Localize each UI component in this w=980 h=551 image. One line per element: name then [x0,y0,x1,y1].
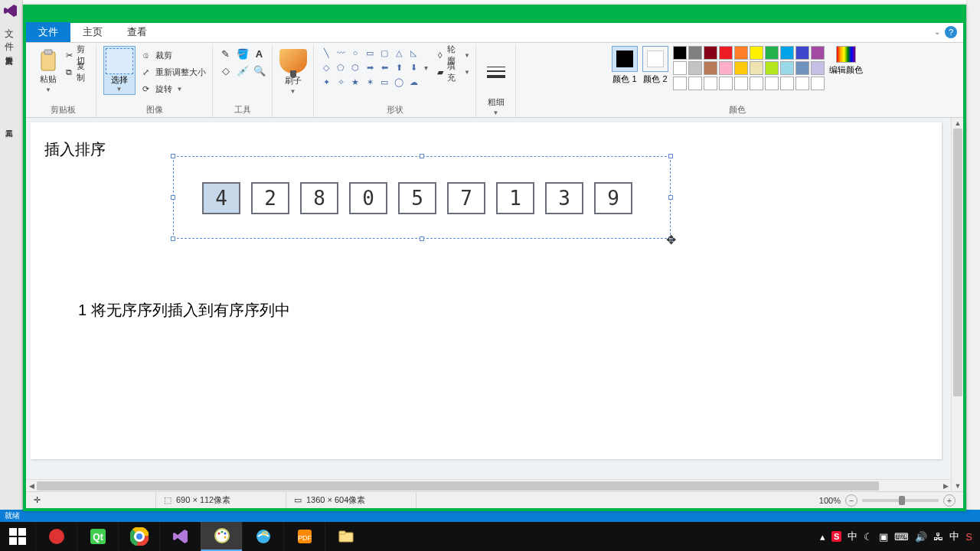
tray-keyboard-icon[interactable]: ⌨ [894,531,909,543]
paint-statusbar: ✛ ⬚690 × 112像素 ▭1360 × 604像素 100% − + [26,491,963,508]
palette-swatch[interactable] [780,46,794,60]
tray-sogou2-icon[interactable]: S [965,531,972,543]
tray-moon-icon[interactable]: ☾ [864,531,873,543]
zoom-slider[interactable] [862,499,939,502]
color2-button[interactable]: 颜色 2 [642,46,668,85]
palette-swatch[interactable] [765,46,779,60]
palette-swatch[interactable] [795,77,809,90]
tab-view[interactable]: 查看 [115,22,159,42]
color1-button[interactable]: 颜色 1 [612,46,638,85]
palette-swatch[interactable] [734,77,748,90]
selection-handle-ne[interactable] [668,154,673,158]
zoom-slider-knob[interactable] [899,496,905,505]
tray-ime-sogou[interactable]: S [831,531,841,542]
eyedropper-tool[interactable]: 💉 [235,63,250,78]
palette-swatch[interactable] [673,61,687,75]
tray-action-icon[interactable]: ▣ [879,531,888,543]
palette-swatch[interactable] [780,77,794,90]
brushes-button[interactable]: 刷子 ▼ [279,46,307,95]
tray-ime-zh[interactable]: 中 [848,530,858,543]
tray-network-icon[interactable]: 🖧 [933,531,943,543]
palette-swatch[interactable] [719,46,733,60]
tray-volume-icon[interactable]: 🔊 [915,531,927,543]
start-button[interactable] [0,522,35,551]
taskbar-app-record[interactable] [35,522,77,551]
text-tool[interactable]: A [252,46,267,61]
palette-swatch[interactable] [704,61,717,75]
canvas-step-text: 1 将无序序列插入到有序序列中 [78,300,290,321]
taskbar-app-vs[interactable] [159,522,201,551]
palette-swatch[interactable] [673,77,687,90]
zoom-in-button[interactable]: + [943,494,956,507]
palette-swatch[interactable] [704,46,717,60]
palette-swatch[interactable] [704,77,717,90]
scroll-right-arrow[interactable]: ▶ [940,480,951,491]
palette-swatch[interactable] [795,46,809,60]
tray-up-icon[interactable]: ▴ [820,531,825,543]
status-canvas-size: ▭1360 × 604像素 [286,492,416,508]
resize-button[interactable]: ⤢重新调整大小 [140,64,206,80]
magnifier-tool[interactable]: 🔍 [252,63,267,78]
help-button[interactable]: ? [945,26,957,38]
canvas[interactable]: 插入排序 428057139 ✥ 1 将无序序列插入到有序序列中 [31,122,942,459]
rotate-button[interactable]: ⟳旋转▼ [140,81,206,96]
selection-handle-w[interactable] [171,195,175,200]
selection-handle-n[interactable] [420,154,424,158]
vscroll-thumb[interactable] [953,129,962,396]
palette-swatch[interactable] [688,77,702,90]
shape-fill-button[interactable]: ▰填充▼ [436,64,470,80]
move-cursor-icon: ✥ [666,233,676,247]
taskbar-app-chrome[interactable] [118,522,159,551]
fill-tool[interactable]: 🪣 [235,46,250,61]
selection-handle-s[interactable] [420,236,424,241]
vertical-scrollbar[interactable]: ▲ ▼ [951,118,963,491]
palette-swatch[interactable] [673,46,687,60]
scroll-down-arrow[interactable]: ▼ [952,481,963,491]
number-box: 4 [202,182,240,214]
palette-swatch[interactable] [734,61,748,75]
palette-swatch[interactable] [750,61,763,75]
palette-swatch[interactable] [719,61,733,75]
paste-button[interactable]: 粘贴 ▼ [37,46,60,93]
pencil-tool[interactable]: ✎ [218,46,234,61]
hscroll-thumb[interactable] [37,481,879,491]
taskbar-app-foxit[interactable]: PDF [283,522,325,551]
background-vs-statusbar: 就绪 [0,510,980,522]
palette-swatch[interactable] [688,46,702,60]
shapes-more-button[interactable]: ▾ [420,46,431,89]
taskbar-app-explorer[interactable] [325,522,366,551]
zoom-out-button[interactable]: − [845,494,858,507]
palette-swatch[interactable] [719,77,733,90]
palette-swatch[interactable] [780,61,794,75]
palette-swatch[interactable] [811,46,825,60]
palette-swatch[interactable] [811,77,825,90]
palette-swatch[interactable] [750,77,763,90]
horizontal-scrollbar[interactable]: ◀ ▶ [26,479,951,491]
tab-file[interactable]: 文件 [26,22,70,42]
scroll-up-arrow[interactable]: ▲ [952,118,963,129]
tab-home[interactable]: 主页 [70,22,115,42]
palette-swatch[interactable] [765,61,779,75]
selection-handle-sw[interactable] [171,236,175,241]
select-button[interactable]: 选择 ▼ [103,46,136,95]
palette-swatch[interactable] [734,46,748,60]
tray-ime-zh2[interactable]: 中 [949,530,959,543]
palette-swatch[interactable] [688,61,702,75]
taskbar-app-ie[interactable] [242,522,283,551]
taskbar-app-paint[interactable] [201,522,242,551]
palette-swatch[interactable] [795,61,809,75]
ribbon-collapse-button[interactable]: ⌄ [934,28,940,36]
palette-swatch[interactable] [750,46,763,60]
edit-colors-button[interactable]: 编辑颜色 [829,46,863,76]
selection-handle-e[interactable] [668,195,673,200]
shapes-gallery[interactable]: ╲〰○▭▢△◺ ◇⬠⬡➡⬅⬆⬇ ✦✧★✶▭◯☁ [319,46,420,89]
svg-point-14 [136,533,142,540]
copy-button[interactable]: ⧉复制 [64,64,90,80]
scroll-left-arrow[interactable]: ◀ [26,480,37,491]
taskbar-app-qt[interactable]: Qt [77,522,118,551]
palette-swatch[interactable] [811,61,825,75]
palette-swatch[interactable] [765,77,779,90]
selection-handle-nw[interactable] [171,154,175,158]
eraser-tool[interactable]: ◇ [218,63,234,78]
crop-button[interactable]: ⟃裁剪 [140,47,206,63]
